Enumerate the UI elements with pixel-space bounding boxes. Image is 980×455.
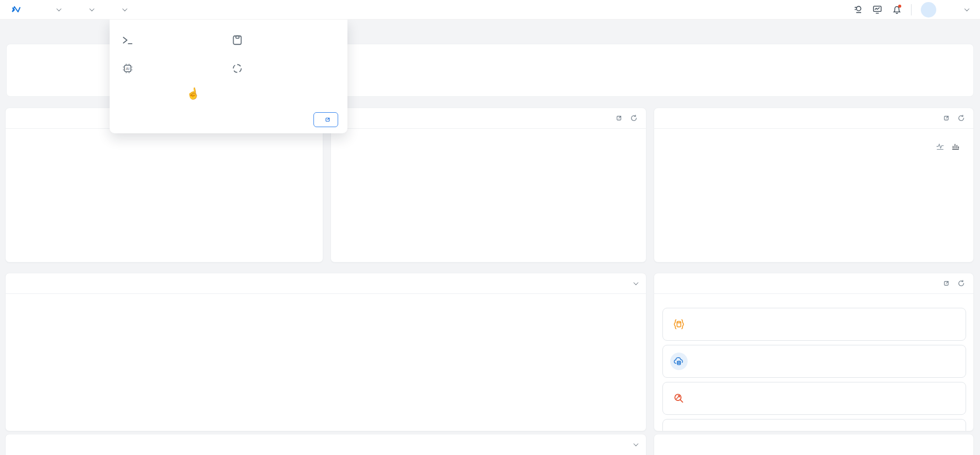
resources-cost-card	[5, 434, 646, 455]
health-item-partial[interactable]	[662, 419, 966, 431]
external-link-icon[interactable]	[942, 279, 950, 287]
divider	[331, 128, 646, 129]
high-costing-resources-card	[330, 108, 646, 262]
see-documentation-button[interactable]	[313, 112, 338, 127]
system-health-card	[654, 273, 974, 431]
cloud-db-icon	[670, 353, 688, 370]
external-link-icon	[324, 116, 331, 123]
external-link-icon[interactable]	[615, 114, 623, 122]
dropdown-item-playground[interactable]	[122, 34, 229, 46]
opensearch-icon	[670, 390, 688, 407]
refresh-icon[interactable]	[957, 279, 965, 287]
divider	[911, 4, 912, 15]
recent-file-loads-bar-chart	[690, 162, 952, 236]
ai-chip-icon: AI	[122, 63, 133, 74]
resources-count-range-filter[interactable]	[630, 282, 638, 285]
line-chart-toggle-icon[interactable]	[936, 142, 944, 151]
divider	[654, 293, 973, 294]
refresh-icon[interactable]	[957, 114, 965, 122]
menu-explore[interactable]	[86, 8, 94, 11]
chevron-down-icon	[634, 441, 639, 446]
menu-manage[interactable]	[119, 8, 127, 11]
high-costing-pie-chart	[434, 148, 542, 256]
dropdown-item-apps[interactable]	[232, 62, 338, 74]
resources-count-card	[5, 273, 646, 431]
terminal-icon	[122, 34, 133, 46]
notebook-icon	[232, 34, 243, 46]
search-icon[interactable]	[852, 5, 863, 15]
monitor-chart-icon[interactable]	[872, 5, 882, 15]
amorphic-logo[interactable]	[11, 5, 24, 14]
recent-file-loads-card	[654, 108, 974, 262]
mouse-cursor-icon: ☝	[185, 86, 200, 100]
main-menus	[54, 8, 127, 11]
chevron-down-icon	[122, 6, 128, 11]
divider	[654, 128, 973, 129]
chevron-down-icon	[90, 6, 95, 11]
menu-discover[interactable]	[54, 8, 61, 11]
resources-count-stacked-chart	[61, 327, 604, 390]
chevron-down-icon	[57, 6, 62, 11]
avatar[interactable]	[921, 2, 936, 18]
divider	[6, 293, 646, 294]
explore-dropdown: AI	[110, 20, 347, 133]
health-item-dynamodb[interactable]	[662, 345, 966, 378]
warehouse-icon	[670, 316, 688, 333]
bottom-right-card	[654, 434, 974, 455]
notification-dot	[898, 5, 901, 8]
amorphic-logo-icon	[11, 5, 22, 14]
navbar-right	[852, 2, 969, 18]
health-item-data-warehouse[interactable]	[662, 308, 966, 341]
resources-cost-range-filter[interactable]	[630, 443, 638, 446]
refresh-icon[interactable]	[630, 114, 638, 122]
svg-text:AI: AI	[126, 66, 130, 71]
dropdown-item-data-labs[interactable]	[232, 34, 338, 46]
dropdown-item-ai-space[interactable]: AI	[122, 62, 229, 74]
bar-chart-toggle-icon[interactable]	[951, 142, 960, 151]
external-link-icon[interactable]	[942, 114, 950, 122]
chevron-down-icon	[634, 280, 639, 285]
bell-icon[interactable]	[891, 5, 902, 15]
billing-gauge-chart	[98, 159, 232, 226]
navbar	[0, 0, 980, 20]
health-item-search-engine[interactable]	[662, 382, 966, 415]
apps-icon	[232, 63, 243, 74]
user-menu-chevron-icon[interactable]	[965, 6, 970, 11]
